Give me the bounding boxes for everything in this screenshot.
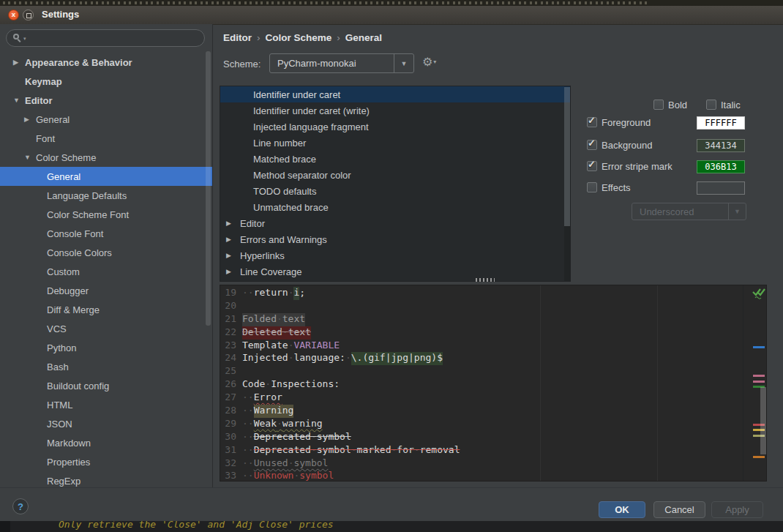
window-minimize-button[interactable] bbox=[23, 10, 34, 20]
sidebar-item-json[interactable]: JSON bbox=[0, 414, 212, 433]
help-button[interactable]: ? bbox=[12, 498, 29, 514]
effect-style-combobox[interactable]: Underscored ▼ bbox=[632, 203, 746, 220]
chevron-expanded-icon[interactable]: ▼ bbox=[13, 97, 25, 104]
sidebar-item-console-font[interactable]: Console Font bbox=[0, 224, 212, 243]
scheme-combobox[interactable]: PyCharm-monokai ▼ bbox=[269, 53, 414, 73]
list-item-errors-and-warnings[interactable]: ▶Errors and Warnings bbox=[220, 231, 570, 247]
code-lines: 19··return·i;2021Folded·text22Deleted·te… bbox=[220, 287, 750, 482]
preview-scrollbar-thumb[interactable] bbox=[760, 387, 766, 454]
error-stripe-mark-checkbox[interactable]: ✓ bbox=[587, 161, 597, 171]
list-item-identifier-under-caret-write[interactable]: Identifier under caret (write) bbox=[220, 102, 570, 119]
background-code-comment: Only retrieve the 'Close' and 'Adj Close… bbox=[59, 521, 334, 530]
italic-label: Italic bbox=[721, 100, 741, 110]
list-scrollbar-thumb[interactable] bbox=[564, 87, 570, 226]
sidebar-item-custom[interactable]: Custom bbox=[0, 262, 212, 281]
sidebar-item-editor[interactable]: ▼Editor bbox=[0, 91, 212, 110]
chevron-expanded-icon[interactable]: ▼ bbox=[24, 154, 36, 161]
ok-button[interactable]: OK bbox=[599, 501, 645, 518]
apply-button[interactable]: Apply bbox=[711, 501, 763, 518]
chevron-collapsed-icon[interactable]: ▶ bbox=[13, 59, 25, 66]
chevron-down-icon[interactable]: ▼ bbox=[394, 54, 413, 72]
stripe-mark[interactable] bbox=[753, 346, 765, 348]
sidebar-item-properties[interactable]: Properties bbox=[0, 452, 212, 471]
sidebar-item-markdown[interactable]: Markdown bbox=[0, 433, 212, 452]
sidebar-item-vcs[interactable]: VCS bbox=[0, 319, 212, 338]
effects-checkbox[interactable] bbox=[587, 182, 597, 192]
search-icon: ▾ bbox=[13, 34, 23, 44]
code-line: 32··Unused·symbol bbox=[220, 457, 750, 471]
sidebar-item-bash[interactable]: Bash bbox=[0, 357, 212, 376]
chevron-collapsed-icon[interactable]: ▶ bbox=[220, 236, 240, 243]
code-segment: ··return· bbox=[242, 287, 293, 300]
sidebar-item-color-scheme[interactable]: ▼Color Scheme bbox=[0, 148, 212, 167]
sidebar-item-label: Buildout config bbox=[47, 381, 109, 391]
sidebar-scrollbar[interactable] bbox=[206, 51, 211, 326]
code-segment: Weak·warning bbox=[254, 418, 323, 431]
sidebar-item-keymap[interactable]: Keymap bbox=[0, 72, 212, 91]
list-item-identifier-under-caret[interactable]: Identifier under caret bbox=[220, 86, 570, 102]
list-item-matched-brace[interactable]: Matched brace bbox=[220, 151, 570, 167]
scheme-gear-menu[interactable]: ⚙▾ bbox=[422, 56, 436, 68]
foreground-label: Foreground bbox=[602, 117, 651, 128]
sidebar-item-python[interactable]: Python bbox=[0, 338, 212, 357]
stripe-mark[interactable] bbox=[753, 375, 765, 377]
code-line: 24Injected·language:·\.(gif|jpg|png)$ bbox=[220, 352, 750, 365]
breadcrumb-item-general[interactable]: General bbox=[345, 32, 382, 43]
settings-search-box[interactable]: ▾ bbox=[6, 29, 205, 47]
background-color-field[interactable]: 344134 bbox=[697, 139, 745, 152]
sidebar-item-general[interactable]: ▶General bbox=[0, 110, 212, 129]
breadcrumb-item-editor[interactable]: Editor bbox=[223, 32, 252, 43]
foreground-color-field[interactable]: FFFFFF bbox=[697, 116, 745, 130]
error-stripe-mark-color-field[interactable]: 036B13 bbox=[697, 160, 745, 173]
sidebar-item-diff-merge[interactable]: Diff & Merge bbox=[0, 300, 212, 319]
list-item-line-coverage[interactable]: ▶Line Coverage bbox=[220, 263, 570, 280]
sidebar-item-regexp[interactable]: RegExp bbox=[0, 471, 212, 487]
stripe-mark[interactable] bbox=[753, 456, 765, 458]
list-item-method-separator-color[interactable]: Method separator color bbox=[220, 167, 570, 183]
sidebar-item-language-defaults[interactable]: Language Defaults bbox=[0, 186, 212, 205]
chevron-collapsed-icon[interactable]: ▶ bbox=[220, 220, 240, 227]
sidebar-item-appearance-behavior[interactable]: ▶Appearance & Behavior bbox=[0, 53, 212, 72]
chevron-collapsed-icon[interactable]: ▶ bbox=[220, 268, 240, 275]
breadcrumb-item-color-scheme[interactable]: Color Scheme bbox=[266, 32, 332, 43]
sidebar-item-html[interactable]: HTML bbox=[0, 395, 212, 414]
cancel-button[interactable]: Cancel bbox=[653, 501, 705, 518]
sidebar-item-buildout-config[interactable]: Buildout config bbox=[0, 376, 212, 395]
list-item-unmatched-brace[interactable]: Unmatched brace bbox=[220, 199, 570, 215]
sidebar-item-general[interactable]: General bbox=[0, 167, 212, 186]
bold-checkbox[interactable] bbox=[653, 100, 664, 110]
line-number: 23 bbox=[220, 340, 242, 353]
effects-color-field[interactable] bbox=[697, 181, 745, 195]
line-number: 29 bbox=[220, 418, 242, 431]
sidebar-item-label: General bbox=[36, 114, 70, 125]
sidebar-item-console-colors[interactable]: Console Colors bbox=[0, 243, 212, 262]
background-checkbox[interactable]: ✓ bbox=[587, 140, 597, 150]
sidebar-item-label: Debugger bbox=[47, 285, 89, 296]
list-item-injected-language-fragment[interactable]: Injected language fragment bbox=[220, 119, 570, 135]
inspections-ok-icon[interactable] bbox=[752, 288, 765, 299]
list-scrollbar-track[interactable] bbox=[564, 86, 570, 281]
sidebar-item-debugger[interactable]: Debugger bbox=[0, 281, 212, 300]
italic-checkbox[interactable] bbox=[706, 100, 716, 110]
chevron-down-icon[interactable]: ▼ bbox=[728, 203, 746, 220]
splitter-handle[interactable] bbox=[476, 278, 495, 282]
list-item-hyperlinks[interactable]: ▶Hyperlinks bbox=[220, 247, 570, 263]
breadcrumb-separator: › bbox=[331, 32, 345, 43]
search-input[interactable] bbox=[29, 31, 200, 46]
list-item-todo-defaults[interactable]: TODO defaults bbox=[220, 183, 570, 199]
sidebar-item-label: Font bbox=[36, 133, 55, 144]
chevron-collapsed-icon[interactable]: ▶ bbox=[24, 116, 36, 123]
background-editor-strip: Only retrieve the 'Close' and 'Adj Close… bbox=[0, 521, 783, 532]
list-item-editor[interactable]: ▶Editor bbox=[220, 215, 570, 231]
list-item-label: Editor bbox=[240, 218, 265, 229]
list-item-label: Method separator color bbox=[253, 170, 351, 181]
foreground-checkbox[interactable]: ✓ bbox=[587, 117, 597, 127]
sidebar-item-font[interactable]: Font bbox=[0, 129, 212, 148]
stripe-mark[interactable] bbox=[753, 381, 765, 383]
window-close-button[interactable]: x bbox=[8, 10, 19, 20]
window-titlebar: x Settings bbox=[0, 6, 783, 25]
list-item-line-number[interactable]: Line number bbox=[220, 135, 570, 151]
sidebar-item-color-scheme-font[interactable]: Color Scheme Font bbox=[0, 205, 212, 224]
chevron-collapsed-icon[interactable]: ▶ bbox=[220, 252, 240, 259]
sidebar-item-label: Color Scheme Font bbox=[47, 209, 129, 220]
